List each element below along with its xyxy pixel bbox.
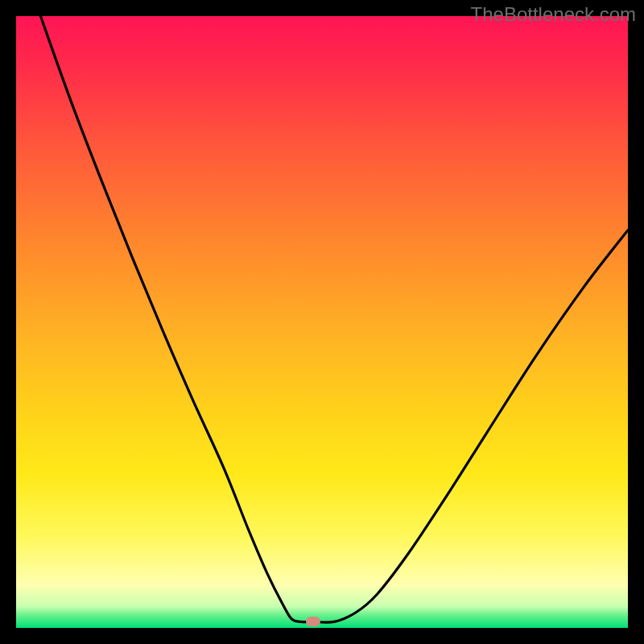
plot-area bbox=[16, 16, 628, 628]
watermark-text: TheBottleneck.com bbox=[471, 3, 636, 26]
optimal-point-marker bbox=[306, 617, 320, 626]
chart-frame: TheBottleneck.com bbox=[0, 0, 644, 644]
bottleneck-curve bbox=[16, 16, 628, 628]
